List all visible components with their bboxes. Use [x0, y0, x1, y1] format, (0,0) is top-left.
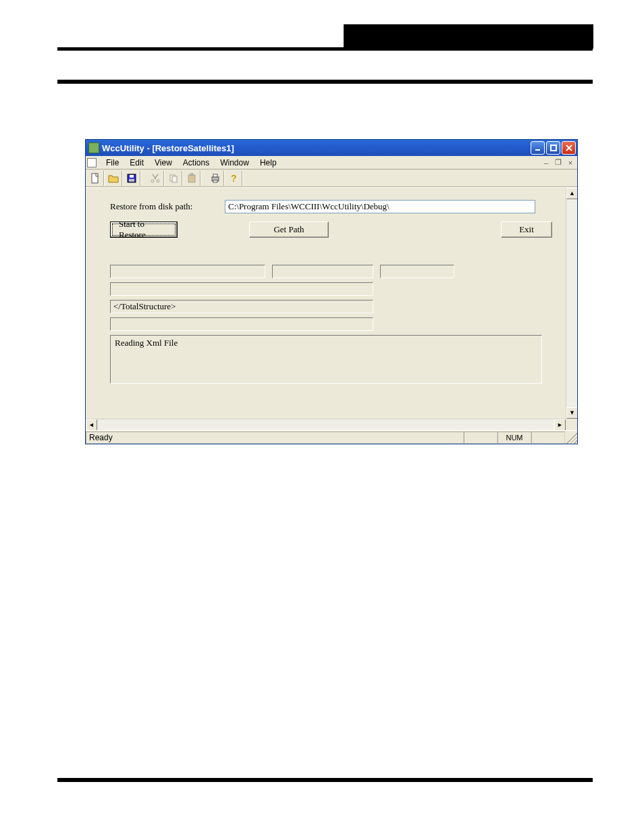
start-restore-button[interactable]: Start to Restore: [110, 221, 178, 238]
progress-field-2: [272, 265, 373, 278]
menu-actions[interactable]: Actions: [178, 157, 215, 169]
log-output: Reading Xml File: [110, 335, 542, 384]
menu-window[interactable]: Window: [215, 157, 254, 169]
restore-path-input[interactable]: [225, 200, 535, 213]
mdi-document-icon[interactable]: [87, 158, 97, 167]
paste-icon: [184, 171, 199, 186]
statusbar: Ready NUM: [86, 430, 577, 444]
svg-rect-2: [92, 174, 98, 183]
svg-text:?: ?: [231, 173, 237, 184]
svg-point-6: [151, 180, 154, 182]
svg-rect-10: [188, 175, 195, 182]
progress-field-1: [110, 265, 265, 278]
svg-rect-11: [190, 174, 193, 176]
open-folder-icon[interactable]: [105, 171, 121, 186]
restore-path-label: Restore from disk path:: [110, 201, 225, 212]
get-path-button[interactable]: Get Path: [249, 221, 329, 238]
xml-tag-line: </TotalStructure>: [110, 300, 373, 313]
app-icon: [88, 142, 99, 153]
svg-rect-0: [535, 149, 540, 151]
progress-wide-2: [110, 317, 373, 331]
titlebar[interactable]: WccUtility - [RestoreSatellites1]: [86, 140, 577, 156]
horizontal-scrollbar[interactable]: ◄ ►: [86, 419, 566, 430]
client-area: Restore from disk path: Start to Restore…: [86, 187, 577, 430]
progress-wide-1: [110, 282, 373, 296]
minimize-button[interactable]: [531, 141, 545, 155]
doc-rule: [57, 47, 593, 51]
maximize-button[interactable]: [546, 141, 560, 155]
cut-scissors-icon: [147, 171, 163, 186]
menu-edit[interactable]: Edit: [124, 157, 149, 169]
scroll-right-button[interactable]: ►: [554, 419, 566, 430]
progress-field-3: [380, 265, 454, 278]
scroll-track[interactable]: [566, 199, 577, 407]
print-icon[interactable]: [207, 171, 223, 186]
doc-header-black-block: [344, 24, 593, 49]
scroll-down-button[interactable]: ▼: [566, 407, 577, 419]
save-floppy-icon[interactable]: [124, 171, 139, 186]
help-question-icon[interactable]: ?: [225, 171, 241, 186]
mdi-close-button[interactable]: ×: [565, 158, 576, 167]
window-title: WccUtility - [RestoreSatellites1]: [102, 143, 531, 153]
svg-rect-9: [172, 176, 177, 182]
svg-rect-14: [213, 180, 217, 182]
exit-button[interactable]: Exit: [501, 221, 552, 238]
close-button[interactable]: [562, 141, 576, 155]
toolbar: ?: [86, 170, 577, 187]
scroll-corner: [566, 419, 577, 430]
copy-icon: [165, 171, 181, 186]
menu-view[interactable]: View: [149, 157, 178, 169]
menu-help[interactable]: Help: [254, 157, 282, 169]
svg-point-7: [157, 180, 159, 182]
status-empty-1: [464, 432, 498, 444]
status-num: NUM: [498, 432, 531, 444]
scroll-track[interactable]: [97, 419, 554, 430]
mdi-minimize-button[interactable]: –: [541, 158, 552, 167]
status-empty-2: [531, 432, 565, 444]
scroll-left-button[interactable]: ◄: [86, 419, 97, 430]
svg-rect-13: [213, 174, 217, 177]
doc-rule: [57, 778, 593, 782]
doc-rule: [57, 80, 593, 84]
svg-rect-1: [551, 145, 556, 151]
new-file-icon[interactable]: [87, 171, 103, 186]
menubar: File Edit View Actions Window Help – ❐ ×: [86, 156, 577, 170]
vertical-scrollbar[interactable]: ▲ ▼: [566, 188, 577, 419]
scroll-up-button[interactable]: ▲: [566, 188, 577, 199]
app-window: WccUtility - [RestoreSatellites1] File E…: [85, 139, 578, 444]
status-ready: Ready: [86, 432, 464, 444]
menu-file[interactable]: File: [101, 157, 124, 169]
svg-rect-5: [129, 179, 134, 182]
mdi-restore-button[interactable]: ❐: [553, 158, 564, 167]
resize-grip-icon[interactable]: [565, 432, 577, 444]
svg-rect-4: [130, 175, 134, 178]
